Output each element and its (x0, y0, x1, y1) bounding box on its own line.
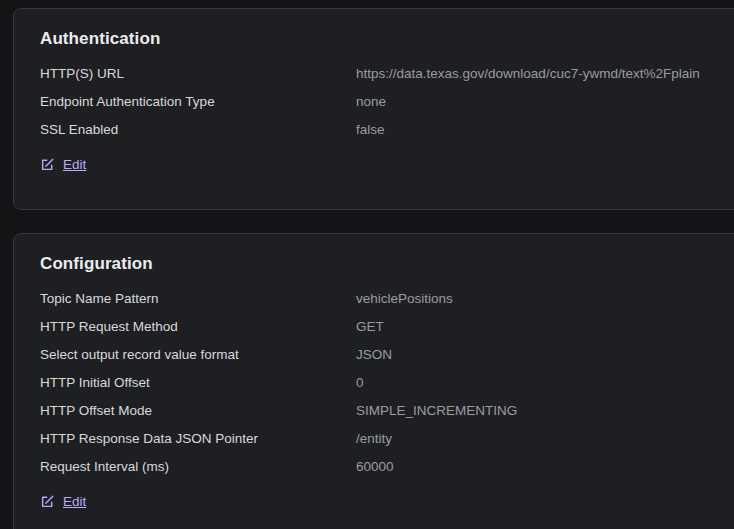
configuration-card-title: Configuration (40, 253, 734, 274)
field-value: false (356, 122, 385, 138)
field-value: 60000 (356, 459, 394, 475)
field-row-http-request-method: HTTP Request Method GET (40, 319, 734, 335)
field-value: GET (356, 319, 384, 335)
field-label: Request Interval (ms) (40, 459, 356, 475)
field-row-http-offset-mode: HTTP Offset Mode SIMPLE_INCREMENTING (40, 403, 734, 419)
field-row-http-initial-offset: HTTP Initial Offset 0 (40, 375, 734, 391)
field-row-http-url: HTTP(S) URL https://data.texas.gov/downl… (40, 66, 734, 82)
field-row-ssl-enabled: SSL Enabled false (40, 122, 734, 138)
field-label: SSL Enabled (40, 122, 356, 138)
field-value: SIMPLE_INCREMENTING (356, 403, 517, 419)
edit-label: Edit (63, 156, 86, 173)
connector-settings-page: Authentication HTTP(S) URL https://data.… (0, 0, 734, 529)
field-value: vehiclePositions (356, 291, 453, 307)
field-value: JSON (356, 347, 392, 363)
authentication-edit-button[interactable]: Edit (40, 156, 86, 173)
field-value: none (356, 94, 386, 110)
field-value: https://data.texas.gov/download/cuc7-ywm… (356, 66, 700, 82)
edit-pencil-square-icon (40, 494, 55, 509)
configuration-card: Configuration Topic Name Pattern vehicle… (13, 233, 734, 529)
field-value: 0 (356, 375, 364, 391)
field-row-request-interval-ms: Request Interval (ms) 60000 (40, 459, 734, 475)
configuration-edit-button[interactable]: Edit (40, 493, 86, 510)
field-row-http-response-data-json-pointer: HTTP Response Data JSON Pointer /entity (40, 431, 734, 447)
field-label: HTTP(S) URL (40, 66, 356, 82)
field-label: Endpoint Authentication Type (40, 94, 356, 110)
field-row-topic-name-pattern: Topic Name Pattern vehiclePositions (40, 291, 734, 307)
field-label: HTTP Request Method (40, 319, 356, 335)
field-label: HTTP Initial Offset (40, 375, 356, 391)
edit-pencil-square-icon (40, 157, 55, 172)
field-label: HTTP Response Data JSON Pointer (40, 431, 356, 447)
field-row-output-record-value-format: Select output record value format JSON (40, 347, 734, 363)
field-value: /entity (356, 431, 392, 447)
authentication-card: Authentication HTTP(S) URL https://data.… (13, 8, 734, 210)
field-label: HTTP Offset Mode (40, 403, 356, 419)
field-label: Topic Name Pattern (40, 291, 356, 307)
authentication-card-title: Authentication (40, 28, 734, 49)
edit-label: Edit (63, 493, 86, 510)
field-row-endpoint-auth-type: Endpoint Authentication Type none (40, 94, 734, 110)
field-label: Select output record value format (40, 347, 356, 363)
